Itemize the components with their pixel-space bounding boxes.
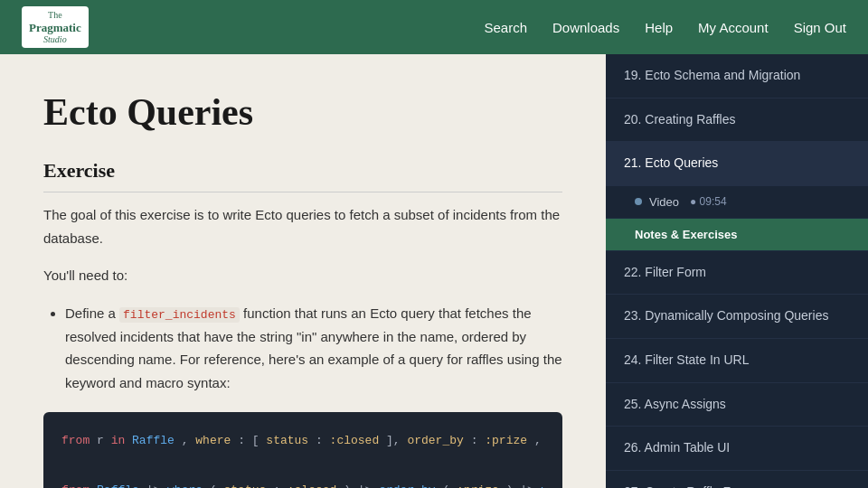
sidebar-item-25[interactable]: 25. Async Assigns	[606, 383, 868, 427]
sidebar-item-20-label: 20. Creating Raffles	[624, 111, 735, 129]
bullet-prefix: Define a	[65, 305, 119, 321]
sidebar-item-20[interactable]: 20. Creating Raffles	[606, 99, 868, 143]
sidebar-item-21-label: 21. Ecto Queries	[624, 155, 718, 173]
sidebar-item-27[interactable]: 27. Create Raffle Form	[606, 471, 868, 488]
sign-out-link[interactable]: Sign Out	[794, 20, 846, 35]
help-link[interactable]: Help	[645, 20, 673, 35]
search-link[interactable]: Search	[484, 20, 527, 35]
sidebar: 19. Ecto Schema and Migration 20. Creati…	[606, 54, 868, 488]
sidebar-subitem-notes[interactable]: Notes & Exercises	[606, 219, 868, 251]
code-line-1: from r in Raffle , where : [ status : :c…	[61, 430, 544, 451]
section-title: Exercise	[43, 159, 562, 192]
logo-line2: Pragmatic	[29, 21, 81, 35]
logo-line1: The	[29, 10, 81, 21]
video-label: Video	[649, 195, 679, 209]
video-dot-icon	[635, 198, 642, 205]
sidebar-item-23-label: 23. Dynamically Composing Queries	[624, 307, 828, 325]
main-content: Ecto Queries Exercise The goal of this e…	[0, 54, 606, 488]
notes-label: Notes & Exercises	[635, 228, 737, 241]
header-nav: Search Downloads Help My Account Sign Ou…	[484, 20, 846, 35]
logo-line3: Studio	[29, 34, 81, 44]
page-layout: Ecto Queries Exercise The goal of this e…	[0, 54, 868, 488]
logo[interactable]: The Pragmatic Studio	[22, 6, 89, 49]
list-item: Define a filter_incidents function that …	[65, 302, 562, 395]
sidebar-item-21[interactable]: 21. Ecto Queries	[606, 142, 868, 186]
sidebar-item-24-label: 24. Filter State In URL	[624, 352, 750, 370]
sidebar-item-27-label: 27. Create Raffle Form	[624, 483, 752, 488]
sidebar-item-19-label: 19. Ecto Schema and Migration	[624, 67, 800, 85]
sidebar-item-24[interactable]: 24. Filter State In URL	[606, 339, 868, 383]
sidebar-item-23[interactable]: 23. Dynamically Composing Queries	[606, 295, 868, 339]
inline-code: filter_incidents	[119, 307, 240, 323]
sidebar-item-25-label: 25. Async Assigns	[624, 396, 726, 414]
sidebar-item-22-label: 22. Filter Form	[624, 264, 706, 282]
downloads-link[interactable]: Downloads	[552, 20, 619, 35]
page-title: Ecto Queries	[43, 90, 562, 134]
sidebar-subitem-video[interactable]: Video ● 09:54	[606, 186, 868, 219]
code-block: from r in Raffle , where : [ status : :c…	[43, 412, 562, 488]
exercise-paragraph1: The goal of this exercise is to write Ec…	[43, 203, 562, 249]
exercise-paragraph2: You'll need to:	[43, 264, 562, 287]
my-account-link[interactable]: My Account	[698, 20, 769, 35]
sidebar-item-26-label: 26. Admin Table UI	[624, 439, 730, 457]
code-line-3: from Raffle |> where ( status : :closed …	[61, 480, 544, 488]
code-line-2	[61, 458, 544, 479]
sidebar-item-22[interactable]: 22. Filter Form	[606, 251, 868, 296]
exercise-bullet-list: Define a filter_incidents function that …	[65, 302, 562, 395]
sidebar-item-26[interactable]: 26. Admin Table UI	[606, 427, 868, 471]
video-time: ● 09:54	[690, 195, 727, 208]
header: The Pragmatic Studio Search Downloads He…	[0, 0, 868, 54]
sidebar-item-19[interactable]: 19. Ecto Schema and Migration	[606, 54, 868, 99]
